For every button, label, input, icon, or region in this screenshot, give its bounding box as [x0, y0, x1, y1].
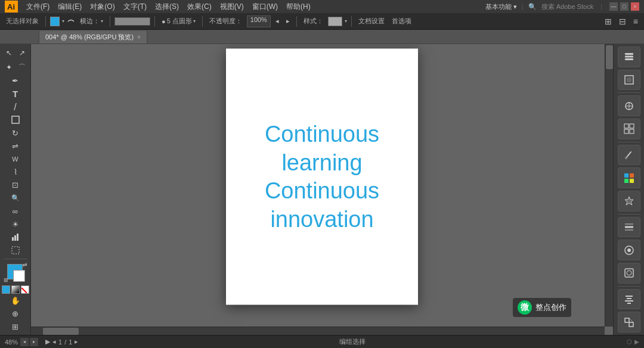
menu-help[interactable]: 帮助(H): [283, 0, 314, 13]
artboard-prev[interactable]: ◂: [52, 338, 56, 346]
text-line-4: innovation: [265, 205, 379, 234]
color-mode-swatch[interactable]: [2, 285, 10, 294]
artboard-tool-button[interactable]: [2, 244, 29, 256]
properties-button[interactable]: [618, 119, 640, 139]
svg-rect-15: [624, 129, 628, 133]
text-line-3: Continuous: [265, 177, 379, 206]
minimize-button[interactable]: —: [609, 2, 618, 11]
hand-tool-button[interactable]: ✋: [2, 295, 29, 307]
status-bar-right: ⬡ ▶: [627, 338, 639, 345]
workspace-selector[interactable]: 基本功能 ▾: [485, 2, 517, 11]
symbols-button[interactable]: [618, 191, 640, 212]
brushes-button[interactable]: [618, 145, 640, 166]
zoom-tool-button[interactable]: ⊕: [2, 307, 29, 319]
close-button[interactable]: ×: [631, 2, 639, 11]
width-tool-button[interactable]: W: [2, 153, 29, 165]
mini-swatches: [2, 285, 29, 294]
horizontal-scrollbar[interactable]: [31, 327, 605, 335]
svg-rect-4: [14, 235, 16, 241]
transform-panel-button[interactable]: [618, 312, 640, 333]
none-swatch[interactable]: [21, 285, 29, 294]
fill-color-arrow: ▾: [62, 18, 64, 24]
tab-bar: 004* @ 48% (RGB/GPU 预览) ×: [0, 30, 644, 44]
toolbar-divider-2: [110, 16, 110, 27]
arrange-button[interactable]: ⊞: [602, 15, 614, 28]
zoom-up-button[interactable]: ▸: [30, 338, 38, 346]
transform-panel-icon: [624, 317, 634, 328]
fill-color-swatch[interactable]: [50, 17, 60, 26]
gradient-swatch[interactable]: [11, 285, 20, 294]
toolbar-divider-1: [45, 16, 46, 27]
stroke-panel-button[interactable]: [618, 217, 640, 238]
menu-file[interactable]: 文件(F): [23, 0, 53, 13]
background-color-swatch[interactable]: [13, 270, 25, 282]
zoom-down-button[interactable]: ◂: [20, 338, 29, 346]
transform-tool-button[interactable]: ⊡: [2, 179, 29, 191]
libraries-button[interactable]: [618, 95, 640, 116]
stroke-weight-input[interactable]: [114, 17, 150, 26]
swatches-button[interactable]: [618, 167, 640, 188]
vertical-scrollbar[interactable]: [605, 44, 613, 327]
artboard-panel-button[interactable]: [618, 70, 640, 91]
artboard-current: 1: [58, 338, 62, 346]
edit-toolbar-icon: ⊞: [11, 322, 20, 331]
search-adobe-stock[interactable]: 搜索 Adobe Stock: [541, 2, 593, 11]
tab-close-button[interactable]: ×: [137, 34, 141, 41]
selection-tool-button[interactable]: ↖: [2, 46, 16, 60]
opacity-arrow-left[interactable]: ◂: [273, 15, 281, 28]
stroke-panel-icon: [624, 222, 634, 232]
wand-lasso-tools: ✦ ⌒: [2, 61, 29, 74]
line-tool-button[interactable]: /: [2, 101, 29, 113]
lasso-tool-button[interactable]: ⌒: [16, 61, 29, 74]
svg-rect-35: [629, 322, 633, 327]
mirror-icon: ⇌: [11, 142, 20, 150]
eyedropper-icon: 🔍: [11, 194, 20, 202]
scroll-thumb-horizontal[interactable]: [43, 328, 79, 335]
more-button[interactable]: ≡: [631, 15, 640, 28]
magic-wand-button[interactable]: ✦: [2, 61, 16, 74]
pen-tool-button[interactable]: ✒: [2, 75, 29, 87]
svg-point-29: [627, 271, 631, 275]
symbol-tool-button[interactable]: ☀: [2, 218, 29, 230]
menu-select[interactable]: 选择(S): [151, 0, 182, 13]
prefs-button[interactable]: 首选项: [389, 15, 414, 28]
swap-colors-icon[interactable]: ⇄: [23, 262, 27, 268]
no-selection-label: 无选择对象: [4, 15, 41, 28]
scroll-thumb-vertical[interactable]: [606, 45, 613, 69]
graphic-styles-button[interactable]: [618, 263, 640, 284]
menu-edit[interactable]: 编辑(E): [54, 0, 85, 13]
opacity-input[interactable]: 100%: [247, 15, 271, 27]
svg-rect-9: [625, 58, 633, 60]
svg-rect-33: [627, 303, 631, 304]
menu-text[interactable]: 文字(T): [120, 0, 150, 13]
doc-settings-button[interactable]: 文档设置: [356, 15, 387, 28]
menu-effect[interactable]: 效果(C): [184, 0, 215, 13]
mirror-tool-button[interactable]: ⇌: [2, 140, 29, 152]
zoom-level[interactable]: 48%: [5, 338, 18, 346]
appearance-button[interactable]: [618, 240, 640, 260]
window-controls: — □ ×: [609, 2, 639, 11]
align-button[interactable]: [618, 289, 640, 310]
document-tab[interactable]: 004* @ 48% (RGB/GPU 预览) ×: [39, 30, 147, 44]
layers-panel-button[interactable]: [618, 46, 640, 67]
menu-window[interactable]: 窗口(W): [249, 0, 281, 13]
menu-object[interactable]: 对象(O): [86, 0, 118, 13]
stroke-dropdown[interactable]: 横边：▾: [78, 15, 106, 28]
style-swatch[interactable]: [328, 17, 342, 26]
graph-tool-button[interactable]: [2, 231, 29, 243]
direct-selection-tool-button[interactable]: ↗: [16, 46, 29, 60]
opacity-arrow-right[interactable]: ▸: [284, 15, 292, 28]
blend-tool-button[interactable]: ∞: [2, 205, 29, 217]
edit-toolbar-button[interactable]: ⊞: [2, 321, 29, 333]
text-tool-button[interactable]: T: [2, 88, 29, 100]
warp-tool-button[interactable]: ⌇: [2, 166, 29, 178]
maximize-button[interactable]: □: [620, 2, 628, 11]
artboard-next[interactable]: ▸: [75, 338, 78, 346]
shape-tool-button[interactable]: [2, 114, 29, 126]
panel-toggle-button[interactable]: ⊟: [617, 15, 628, 28]
rotate-tool-button[interactable]: ↻: [2, 127, 29, 139]
eyedropper-tool-button[interactable]: 🔍: [2, 192, 29, 204]
reset-colors-icon[interactable]: ⊠: [4, 277, 8, 283]
menu-view[interactable]: 视图(V): [216, 0, 247, 13]
brush-type-dropdown[interactable]: ● 5 点圆形 ▾: [159, 15, 198, 28]
